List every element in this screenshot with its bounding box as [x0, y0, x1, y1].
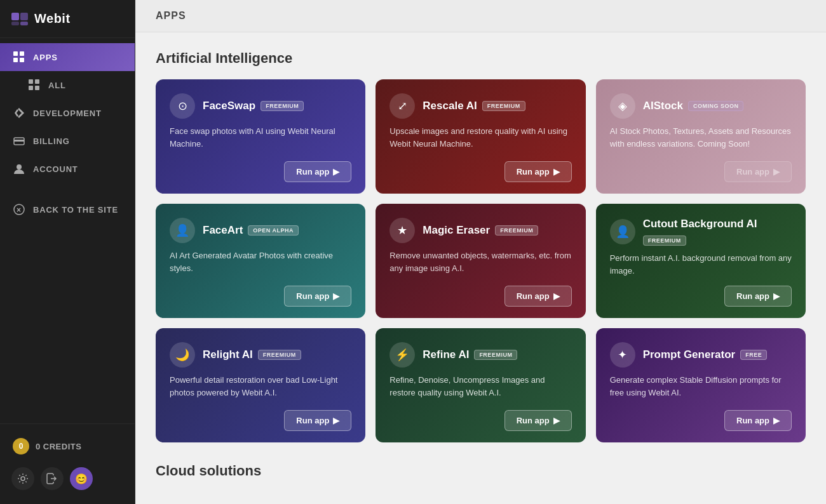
svg-rect-7 [20, 58, 24, 62]
svg-marker-13 [15, 109, 18, 117]
app-badge-magiceraser: FREEMIUM [495, 225, 538, 235]
credits-icon: 0 [13, 438, 29, 454]
app-desc-prompt: Generate complex Stable Diffusion prompt… [610, 374, 792, 404]
svg-rect-6 [13, 58, 18, 62]
back-to-site[interactable]: × Back to the site [0, 196, 135, 223]
sidebar-item-billing[interactable]: BILLING [0, 127, 135, 155]
run-button-prompt[interactable]: Run app ▶ [724, 410, 792, 431]
app-name-prompt: Prompt Generator [643, 348, 735, 361]
app-desc-rescale: Upscale images and restore quality with … [389, 125, 571, 155]
app-name-row-cutout: Cutout Background AI FREEMIUM [643, 218, 792, 246]
app-icon-refine: ⚡ [389, 342, 415, 368]
run-button-faceswap[interactable]: Run app ▶ [284, 161, 351, 182]
app-desc-aistock: AI Stock Photos, Textures, Assets and Re… [610, 125, 792, 155]
run-arrow-cutout: ▶ [773, 291, 780, 301]
run-button-faceart[interactable]: Run app ▶ [284, 286, 351, 307]
sidebar-item-account[interactable]: ACCOUNT [0, 155, 135, 183]
app-name-row-rescale: Rescale AI FREEMIUM [423, 100, 525, 112]
run-button-rescale[interactable]: Run app ▶ [504, 161, 572, 182]
sidebar-item-all-label: ALL [48, 81, 66, 90]
app-card-relight: 🌙 Relight AI FREEMIUM Powerful detail re… [156, 328, 365, 442]
app-name-faceswap: FaceSwap [203, 100, 255, 112]
app-desc-cutout: Perform instant A.I. background removal … [610, 252, 792, 279]
app-name-row-magiceraser: Magic Eraser FREEMIUM [423, 224, 538, 237]
logo: Webit [0, 0, 135, 38]
avatar-button[interactable]: 😊 [70, 467, 93, 490]
run-arrow-faceart: ▶ [333, 291, 339, 301]
svg-point-16 [17, 164, 22, 169]
app-name-aistock: AIStock [643, 100, 683, 112]
logo-text: Webit [34, 11, 71, 26]
sidebar-item-account-label: ACCOUNT [33, 164, 78, 174]
avatar-emoji: 😊 [75, 473, 88, 485]
run-arrow-faceswap: ▶ [333, 167, 339, 176]
apps-icon [13, 51, 25, 63]
logout-button[interactable] [41, 467, 64, 490]
back-to-site-label: Back to the site [33, 205, 118, 215]
app-card-faceswap: ⊙ FaceSwap FREEMIUM Face swap photos wit… [156, 79, 365, 194]
app-header-rescale: ⤢ Rescale AI FREEMIUM [389, 93, 571, 119]
run-button-refine[interactable]: Run app ▶ [504, 410, 572, 431]
app-header-refine: ⚡ Refine AI FREEMIUM [389, 342, 571, 368]
sidebar-bottom: 0 0 CREDITS 😊 [0, 423, 135, 504]
app-name-relight: Relight AI [203, 348, 253, 361]
app-card-cutout: 👤 Cutout Background AI FREEMIUM Perform … [596, 204, 806, 318]
svg-rect-0 [11, 13, 19, 20]
sidebar-nav: APPS ALL DEVELOPMENT [0, 38, 135, 423]
run-button-aistock: Run app ▶ [724, 161, 792, 182]
app-desc-magiceraser: Remove unwanted objects, watermarks, etc… [389, 249, 571, 279]
sidebar-item-development[interactable]: DEVELOPMENT [0, 99, 135, 127]
app-badge-prompt: FREE [740, 350, 767, 360]
svg-rect-8 [29, 79, 33, 84]
run-arrow-prompt: ▶ [773, 416, 780, 425]
app-name-row-aistock: AIStock COMING SOON [643, 100, 744, 112]
credits-label: 0 CREDITS [36, 442, 81, 451]
apps-grid: ⊙ FaceSwap FREEMIUM Face swap photos wit… [156, 79, 806, 442]
app-card-aistock: ◈ AIStock COMING SOON AI Stock Photos, T… [596, 79, 806, 194]
sidebar-actions: 😊 [0, 461, 135, 496]
app-icon-prompt: ✦ [610, 342, 635, 368]
app-badge-rescale: FREEMIUM [482, 101, 525, 111]
svg-rect-4 [13, 51, 18, 56]
app-icon-aistock: ◈ [610, 93, 635, 119]
app-header-faceswap: ⊙ FaceSwap FREEMIUM [170, 93, 351, 119]
svg-rect-10 [29, 86, 33, 90]
cloud-section-title: Cloud solutions [156, 463, 806, 479]
app-card-refine: ⚡ Refine AI FREEMIUM Refine, Denoise, Un… [376, 328, 585, 442]
app-name-row-faceart: FaceArt OPEN ALPHA [203, 224, 299, 237]
main-content: APPS Artificial Intelligence ⊙ FaceSwap … [135, 0, 826, 504]
svg-text:×: × [17, 206, 22, 215]
app-icon-magiceraser: ★ [389, 218, 415, 243]
sidebar-item-apps-label: APPS [33, 53, 58, 62]
app-icon-faceswap: ⊙ [170, 93, 195, 119]
sidebar-item-development-label: DEVELOPMENT [33, 109, 102, 118]
app-header-prompt: ✦ Prompt Generator FREE [610, 342, 792, 368]
run-button-magiceraser[interactable]: Run app ▶ [504, 286, 572, 307]
app-name-cutout: Cutout Background AI [643, 218, 757, 230]
run-arrow-rescale: ▶ [553, 167, 560, 176]
app-header-cutout: 👤 Cutout Background AI FREEMIUM [610, 218, 792, 246]
app-desc-faceswap: Face swap photos with AI using Webit Neu… [170, 125, 351, 155]
app-badge-relight: FREEMIUM [258, 350, 301, 360]
app-header-relight: 🌙 Relight AI FREEMIUM [170, 342, 351, 368]
svg-rect-15 [14, 140, 24, 142]
run-arrow-aistock: ▶ [773, 167, 780, 176]
run-button-cutout[interactable]: Run app ▶ [724, 286, 792, 307]
page-title: APPS [156, 10, 186, 22]
app-badge-faceswap: FREEMIUM [261, 101, 304, 111]
run-arrow-magiceraser: ▶ [553, 291, 560, 301]
credits-row[interactable]: 0 0 CREDITS [0, 432, 135, 461]
settings-button[interactable] [11, 467, 34, 490]
app-card-prompt: ✦ Prompt Generator FREE Generate complex… [596, 328, 806, 442]
main-header: APPS [135, 0, 826, 32]
sidebar-item-apps[interactable]: APPS [0, 43, 135, 71]
svg-point-19 [21, 477, 25, 481]
run-arrow-relight: ▶ [333, 416, 339, 425]
app-name-row-prompt: Prompt Generator FREE [643, 348, 768, 361]
run-button-relight[interactable]: Run app ▶ [284, 410, 351, 431]
svg-rect-3 [20, 22, 28, 25]
app-badge-cutout: FREEMIUM [643, 235, 686, 246]
app-icon-rescale: ⤢ [389, 93, 415, 119]
app-icon-relight: 🌙 [170, 342, 195, 368]
sidebar-item-all[interactable]: ALL [0, 71, 135, 99]
